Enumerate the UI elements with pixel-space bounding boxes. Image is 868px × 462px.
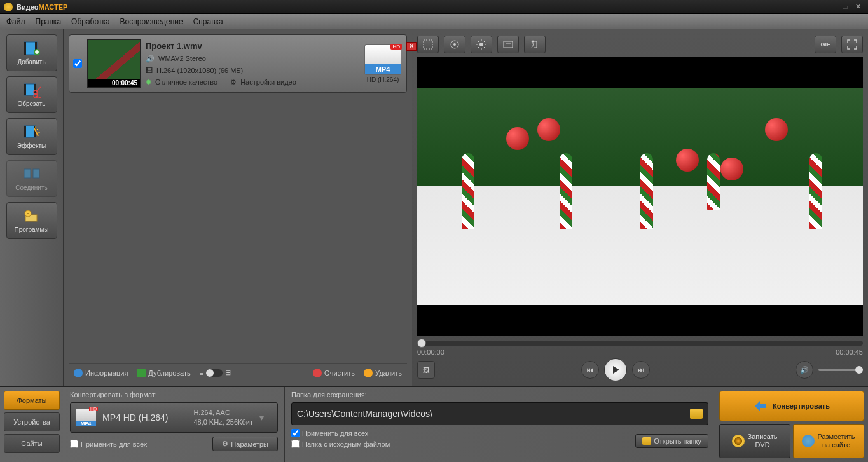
gear-icon: ⚙ xyxy=(230,78,237,86)
tab-devices[interactable]: Устройства xyxy=(4,412,60,431)
svg-point-18 xyxy=(453,43,456,46)
folder-label: Папка для сохранения: xyxy=(291,391,708,398)
enhance-button[interactable] xyxy=(444,36,465,53)
effects-button[interactable]: Эффекты xyxy=(6,118,57,155)
prev-button[interactable]: ⏮ xyxy=(581,361,599,379)
menu-process[interactable]: Обработка xyxy=(71,17,110,26)
cut-button[interactable]: Обрезать xyxy=(6,76,57,113)
time-display: 00:00:00 00:00:45 xyxy=(417,348,863,356)
preview-toolbar: GIF xyxy=(417,34,863,55)
film-icon: 🎞 xyxy=(146,67,153,74)
duplicate-button[interactable]: Дублировать xyxy=(137,369,190,377)
svg-rect-16 xyxy=(424,40,432,49)
video-settings-link[interactable]: ⚙Настройки видео xyxy=(230,78,296,86)
burn-dvd-button[interactable]: ЗаписатьDVD xyxy=(719,424,790,458)
file-item[interactable]: 00:00:45 Проект 1.wmv 🔊WMAV2 Stereo 🎞H.2… xyxy=(69,34,407,93)
film-cut-icon xyxy=(23,83,41,98)
fullscreen-button[interactable] xyxy=(841,36,863,53)
clear-icon xyxy=(313,369,322,377)
browse-folder-button[interactable] xyxy=(690,409,703,419)
open-folder-button[interactable]: Открыть папку xyxy=(635,434,708,448)
seek-knob[interactable] xyxy=(417,339,426,348)
close-button[interactable]: ✕ xyxy=(851,3,864,11)
app-title: ВидеоМАСТЕР xyxy=(17,3,67,11)
file-duration: 00:00:45 xyxy=(88,79,140,87)
menu-file[interactable]: Файл xyxy=(6,17,25,26)
main-area: Добавить Обрезать Эффекты Соединить Прог… xyxy=(0,29,868,386)
menu-edit[interactable]: Правка xyxy=(36,17,62,26)
list-view-icon: ≡ xyxy=(200,369,203,377)
gif-button[interactable]: GIF xyxy=(815,36,836,53)
tab-formats[interactable]: Форматы xyxy=(4,391,60,410)
delete-icon xyxy=(364,369,373,377)
cut-label: Обрезать xyxy=(17,100,45,107)
film-join-icon xyxy=(23,166,41,182)
preview-area: GIF 00:00:00 00:00:45 🖼 xyxy=(412,29,868,386)
play-button[interactable] xyxy=(604,358,627,381)
text-overlay-button[interactable] xyxy=(497,36,519,53)
svg-point-30 xyxy=(532,41,534,43)
file-thumbnail: 00:00:45 xyxy=(87,39,141,88)
delete-button[interactable]: Удалить xyxy=(364,369,402,377)
chevron-down-icon: ▾ xyxy=(259,412,272,423)
svg-rect-1 xyxy=(24,42,26,55)
info-button[interactable]: Информация xyxy=(74,369,128,377)
volume-knob[interactable] xyxy=(855,366,863,374)
source-folder-checkbox[interactable]: Папка с исходным файлом xyxy=(291,440,390,448)
svg-line-26 xyxy=(478,47,479,48)
brightness-button[interactable] xyxy=(471,36,492,53)
time-current: 00:00:00 xyxy=(417,348,444,356)
minimize-button[interactable]: — xyxy=(826,3,839,11)
file-format-box[interactable]: ✕ HD MP4 HD (H.264) xyxy=(363,44,403,83)
film-add-icon xyxy=(23,41,41,56)
menu-help[interactable]: Справка xyxy=(193,17,223,26)
add-button[interactable]: Добавить xyxy=(6,34,57,71)
remove-file-button[interactable]: ✕ xyxy=(406,42,417,51)
parameters-button[interactable]: ⚙Параметры xyxy=(212,437,278,451)
file-list-toolbar: Информация Дублировать ≡ ⊞ Очистить Удал… xyxy=(69,363,407,381)
svg-rect-13 xyxy=(33,169,39,178)
svg-line-25 xyxy=(484,47,485,48)
join-label: Соединить xyxy=(15,184,47,191)
menu-playback[interactable]: Воспроизведение xyxy=(120,17,183,26)
format-text: MP4 xyxy=(365,64,401,74)
format-badge: HD MP4 xyxy=(364,44,401,75)
duplicate-icon xyxy=(137,369,146,377)
maximize-button[interactable]: ▭ xyxy=(839,3,851,11)
save-path: C:\Users\ContentManager\Videos\ xyxy=(297,409,690,419)
file-checkbox[interactable] xyxy=(73,59,82,68)
snapshot-button[interactable]: 🖼 xyxy=(417,361,435,379)
video-preview[interactable] xyxy=(417,57,863,336)
app-logo-icon xyxy=(4,3,13,11)
svg-rect-5 xyxy=(24,84,26,95)
next-button[interactable]: ⏭ xyxy=(632,361,650,379)
svg-rect-10 xyxy=(24,126,26,137)
view-toggle[interactable]: ≡ ⊞ xyxy=(200,369,231,377)
convert-button[interactable]: Конвертировать xyxy=(719,391,864,421)
folder-apply-all-checkbox[interactable]: Применить для всех xyxy=(291,429,390,437)
svg-rect-12 xyxy=(24,169,31,178)
grid-view-icon: ⊞ xyxy=(225,369,231,377)
info-icon xyxy=(74,369,83,377)
format-label: Конвертировать в формат: xyxy=(70,391,278,398)
programs-label: Программы xyxy=(14,226,48,233)
join-button: Соединить xyxy=(6,160,57,197)
tab-sites[interactable]: Сайты xyxy=(4,434,60,453)
speed-button[interactable] xyxy=(524,36,546,53)
clear-button[interactable]: Очистить xyxy=(313,369,355,377)
save-path-row: C:\Users\ContentManager\Videos\ xyxy=(291,402,708,425)
publish-site-button[interactable]: Разместитьна сайте xyxy=(793,424,864,458)
volume-slider[interactable] xyxy=(818,369,863,371)
format-picker[interactable]: HD MP4 MP4 HD (H.264) H.264, AAC 48,0 KH… xyxy=(70,402,278,433)
format-apply-all-checkbox[interactable]: Применить для всех xyxy=(70,440,147,448)
svg-line-27 xyxy=(484,41,485,42)
file-name: Проект 1.wmv xyxy=(146,41,358,51)
crop-tool-button[interactable] xyxy=(417,36,439,53)
programs-button[interactable]: Программы xyxy=(6,202,57,239)
quality-icon: ✸ xyxy=(146,78,151,86)
volume-button[interactable]: 🔊 xyxy=(796,361,813,379)
toggle-switch[interactable] xyxy=(206,369,223,377)
actions-section: Конвертировать ЗаписатьDVD Разместитьна … xyxy=(715,387,868,462)
folder-icon xyxy=(642,437,651,445)
seek-slider[interactable] xyxy=(417,341,863,346)
